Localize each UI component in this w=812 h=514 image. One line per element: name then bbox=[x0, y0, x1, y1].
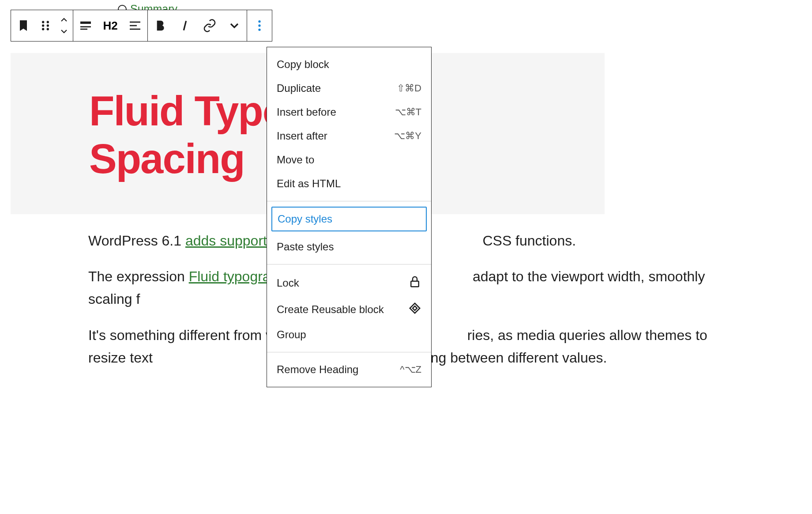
menu-lock[interactable]: Lock bbox=[267, 270, 431, 296]
more-vertical-icon bbox=[252, 19, 267, 33]
heading-icon bbox=[79, 19, 93, 33]
menu-label: Move to bbox=[277, 154, 314, 166]
adds-support-link[interactable]: adds support bbox=[185, 233, 267, 249]
lock-icon bbox=[408, 275, 421, 291]
menu-label: Remove Heading bbox=[277, 363, 358, 376]
svg-rect-10 bbox=[130, 22, 140, 23]
menu-label: Insert before bbox=[277, 106, 336, 118]
svg-point-1 bbox=[42, 21, 44, 23]
heading-level-button[interactable]: H2 bbox=[98, 10, 123, 41]
svg-rect-7 bbox=[80, 22, 91, 24]
menu-label: Edit as HTML bbox=[277, 178, 341, 190]
menu-insert-after[interactable]: Insert after ⌥⌘Y bbox=[267, 124, 431, 148]
svg-point-5 bbox=[42, 28, 44, 30]
text-align-button[interactable] bbox=[123, 10, 147, 41]
menu-label: Create Reusable block bbox=[277, 303, 384, 316]
chevron-down-icon bbox=[227, 19, 241, 33]
options-button[interactable] bbox=[247, 10, 272, 41]
h2-label: H2 bbox=[103, 19, 117, 33]
svg-point-14 bbox=[258, 20, 260, 23]
toolbar-group-options bbox=[247, 10, 272, 41]
menu-create-reusable[interactable]: Create Reusable block bbox=[267, 296, 431, 323]
menu-label: Paste styles bbox=[277, 241, 334, 253]
menu-label: Copy styles bbox=[278, 213, 332, 225]
menu-label: Copy block bbox=[277, 58, 329, 71]
italic-icon bbox=[178, 19, 192, 33]
svg-point-3 bbox=[42, 24, 44, 26]
menu-label: Insert after bbox=[277, 130, 327, 142]
drag-handle-icon bbox=[38, 19, 53, 33]
menu-shortcut: ⌥⌘T bbox=[395, 106, 421, 118]
chevron-down-icon bbox=[60, 29, 68, 34]
cover-icon bbox=[16, 19, 30, 33]
menu-shortcut: ⇧⌘D bbox=[397, 83, 421, 94]
heading-line-2: Spacing bbox=[89, 136, 244, 182]
chevron-up-icon bbox=[60, 17, 68, 23]
svg-rect-17 bbox=[411, 281, 419, 287]
svg-point-6 bbox=[47, 28, 49, 30]
more-format-button[interactable] bbox=[222, 10, 247, 41]
move-down-button[interactable] bbox=[55, 26, 73, 37]
drag-handle-button[interactable] bbox=[36, 10, 55, 41]
menu-shortcut: ⌥⌘Y bbox=[394, 130, 421, 142]
block-toolbar: H2 bbox=[11, 10, 272, 42]
menu-insert-before[interactable]: Insert before ⌥⌘T bbox=[267, 100, 431, 124]
move-up-button[interactable] bbox=[55, 14, 73, 26]
menu-copy-styles[interactable]: Copy styles bbox=[271, 207, 427, 231]
svg-line-13 bbox=[184, 21, 186, 30]
svg-point-4 bbox=[47, 24, 49, 26]
svg-point-16 bbox=[258, 29, 260, 31]
svg-rect-12 bbox=[130, 29, 140, 30]
toolbar-group-format bbox=[148, 10, 247, 41]
heading-align-button[interactable] bbox=[73, 10, 98, 41]
bold-icon bbox=[153, 19, 167, 33]
menu-label: Lock bbox=[277, 277, 299, 289]
svg-point-2 bbox=[47, 21, 49, 23]
cover-block-icon-button[interactable] bbox=[11, 10, 36, 41]
menu-label: Duplicate bbox=[277, 82, 321, 94]
menu-label: Group bbox=[277, 329, 306, 341]
link-icon bbox=[203, 19, 217, 33]
menu-section-1: Copy block Duplicate ⇧⌘D Insert before ⌥… bbox=[267, 47, 431, 201]
menu-shortcut: ^⌥Z bbox=[400, 364, 421, 375]
menu-duplicate[interactable]: Duplicate ⇧⌘D bbox=[267, 76, 431, 100]
menu-section-2: Copy styles Paste styles bbox=[267, 201, 431, 265]
menu-copy-block[interactable]: Copy block bbox=[267, 53, 431, 76]
block-options-menu: Copy block Duplicate ⇧⌘D Insert before ⌥… bbox=[267, 47, 432, 387]
svg-rect-9 bbox=[80, 29, 87, 30]
toolbar-group-block bbox=[11, 10, 73, 41]
menu-edit-html[interactable]: Edit as HTML bbox=[267, 172, 431, 196]
menu-section-3: Lock Create Reusable block Group bbox=[267, 265, 431, 352]
svg-rect-8 bbox=[80, 26, 91, 27]
menu-section-4: Remove Heading ^⌥Z bbox=[267, 352, 431, 387]
svg-rect-11 bbox=[130, 25, 137, 26]
align-left-icon bbox=[128, 19, 142, 33]
menu-paste-styles[interactable]: Paste styles bbox=[267, 235, 431, 259]
reusable-block-icon bbox=[408, 302, 421, 317]
bold-button[interactable] bbox=[148, 10, 173, 41]
link-button[interactable] bbox=[197, 10, 222, 41]
menu-group[interactable]: Group bbox=[267, 323, 431, 347]
svg-point-15 bbox=[258, 24, 260, 26]
menu-move-to[interactable]: Move to bbox=[267, 148, 431, 172]
toolbar-group-heading: H2 bbox=[73, 10, 148, 41]
move-buttons-group bbox=[55, 10, 73, 41]
menu-remove-heading[interactable]: Remove Heading ^⌥Z bbox=[267, 358, 431, 382]
italic-button[interactable] bbox=[173, 10, 197, 41]
